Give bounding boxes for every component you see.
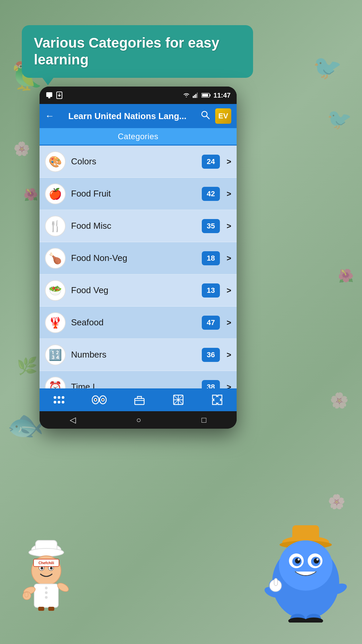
box-icon [133,394,145,406]
svg-rect-1 [48,97,50,98]
list-item-food-misc[interactable]: 🍴Food Misc35> [40,210,237,242]
status-bar-left [46,92,62,99]
item-badge-3: 18 [202,251,220,265]
dots-icon [53,395,65,404]
item-chevron-0: > [227,157,231,166]
item-label-2: Food Misc [71,221,196,231]
battery-icon [201,93,211,98]
nav-eyes[interactable] [92,395,107,405]
item-badge-6: 36 [202,348,220,362]
svg-rect-50 [48,607,54,611]
item-icon-3: 🍗 [45,248,66,269]
item-chevron-2: > [227,221,231,231]
download-icon [56,92,62,99]
categories-label: Categories [118,132,158,141]
flower-deco-1: 🌸 [13,141,30,157]
item-label-4: Food Veg [71,285,196,296]
svg-rect-8 [209,94,210,96]
list-item-seafood[interactable]: 🦞Seafood47> [40,307,237,339]
item-icon-5: 🦞 [45,312,66,333]
svg-point-15 [54,401,56,404]
svg-point-12 [54,396,56,399]
item-icon-0: 🎨 [45,151,66,172]
nav-box[interactable] [133,394,145,406]
list-item-food-non-veg[interactable]: 🍗Food Non-Veg18> [40,242,237,274]
bird-deco-3: 🐦 [327,107,352,131]
item-icon-6: 🔢 [45,344,66,365]
svg-rect-24 [135,398,144,405]
svg-text:Chefchili: Chefchili [39,561,54,565]
app-bar: ← Learn United Nations Lang... EV [40,104,237,128]
wifi-icon [183,93,190,98]
android-recent[interactable]: □ [201,415,206,425]
svg-rect-3 [193,96,194,98]
svg-point-60 [295,558,300,564]
item-icon-4: 🥗 [45,280,66,301]
list-item-food-veg[interactable]: 🥗Food Veg13> [40,274,237,307]
app-logo-text: EV [218,112,228,120]
svg-rect-49 [38,607,44,611]
svg-line-11 [206,116,209,119]
item-badge-0: 24 [202,155,220,169]
item-label-6: Numbers [71,350,196,360]
svg-point-23 [102,399,104,401]
item-chevron-7: > [227,382,231,389]
search-button[interactable] [200,110,210,122]
nav-dots[interactable] [53,395,65,404]
phone-frame: 11:47 ← Learn United Nations Lang... EV … [40,87,237,429]
status-bar: 11:47 [40,87,237,104]
chef-svg: Chefchili [19,534,73,611]
item-badge-1: 42 [202,187,220,201]
list-item-time-i[interactable]: ⏰Time I38> [40,371,237,388]
item-label-0: Colors [71,156,196,167]
blue-character-svg [259,502,353,623]
bird-deco-2: 🐦 [313,54,342,81]
android-home[interactable]: ○ [136,415,141,425]
item-badge-5: 47 [202,316,220,330]
notification-icon [46,92,53,99]
svg-point-44 [45,596,48,599]
item-icon-7: ⏰ [45,377,66,389]
item-badge-4: 13 [202,283,220,298]
list-item-food-fruit[interactable]: 🍎Food Fruit42> [40,178,237,210]
svg-rect-9 [202,94,208,97]
blue-character [259,502,353,624]
app-bar-title: Learn United Nations Lang... [59,111,196,121]
app-logo: EV [215,108,231,124]
item-chevron-6: > [227,350,231,360]
nav-puzzle[interactable] [211,394,223,406]
item-chevron-4: > [227,286,231,295]
item-label-7: Time I [71,382,196,388]
svg-point-62 [298,558,300,560]
item-chevron-5: > [227,318,231,327]
svg-point-43 [45,591,48,594]
item-icon-2: 🍴 [45,216,66,236]
speech-bubble: Various Categories for easy learning [22,25,253,78]
item-chevron-3: > [227,254,231,263]
list-item-numbers[interactable]: 🔢Numbers36> [40,339,237,371]
svg-point-63 [316,558,318,560]
item-label-5: Seafood [71,317,196,328]
svg-rect-48 [25,592,28,597]
svg-point-20 [95,399,97,401]
list-item-colors[interactable]: 🎨Colors24> [40,146,237,178]
item-label-3: Food Non-Veg [71,253,196,263]
puzzle-icon [211,394,223,406]
svg-point-33 [29,548,64,556]
eyes-icon [92,395,107,405]
svg-point-17 [62,401,64,404]
fish-deco: 🐟 [7,408,44,443]
svg-point-38 [50,567,53,570]
android-nav: ◁ ○ □ [40,411,237,429]
bottom-nav [40,388,237,411]
item-badge-2: 35 [202,219,220,233]
android-back[interactable]: ◁ [70,415,76,425]
item-badge-7: 38 [202,380,220,389]
flower-deco-3: 🌸 [330,391,349,409]
svg-point-16 [58,401,60,404]
speech-bubble-text: Various Categories for easy learning [34,35,241,68]
nav-grid[interactable] [172,394,184,406]
svg-point-13 [58,396,60,399]
search-icon [200,110,210,120]
back-button[interactable]: ← [45,111,54,121]
